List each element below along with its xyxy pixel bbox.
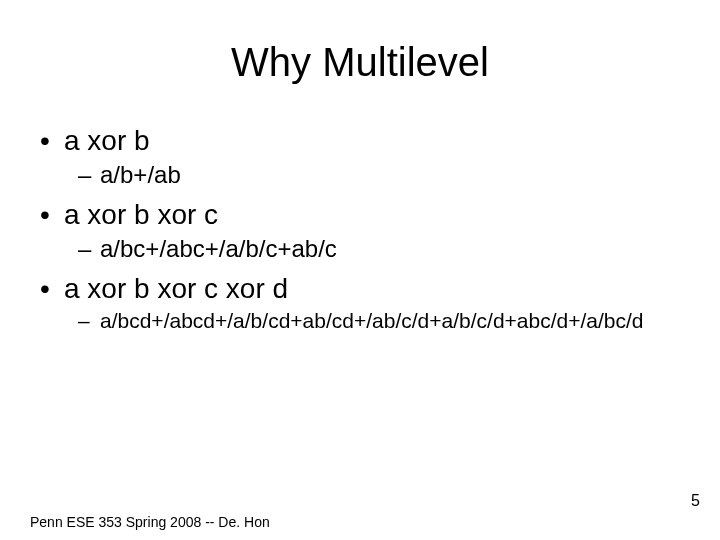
slide-content: a xor b a/b+/ab a xor b xor c a/bc+/abc+… xyxy=(30,125,690,333)
bullet-level2: a/b+/ab xyxy=(40,161,690,189)
slide-title: Why Multilevel xyxy=(30,40,690,85)
page-number: 5 xyxy=(691,492,700,510)
footer: Penn ESE 353 Spring 2008 -- De. Hon xyxy=(30,514,690,530)
bullet-level1: a xor b xor c xyxy=(40,199,690,231)
footer-text: Penn ESE 353 Spring 2008 -- De. Hon xyxy=(30,514,690,530)
bullet-level1: a xor b xyxy=(40,125,690,157)
slide: Why Multilevel a xor b a/b+/ab a xor b x… xyxy=(0,0,720,540)
bullet-level2: a/bcd+/abcd+/a/b/cd+ab/cd+/ab/c/d+a/b/c/… xyxy=(40,309,690,333)
bullet-level1: a xor b xor c xor d xyxy=(40,273,690,305)
bullet-level2: a/bc+/abc+/a/b/c+ab/c xyxy=(40,235,690,263)
